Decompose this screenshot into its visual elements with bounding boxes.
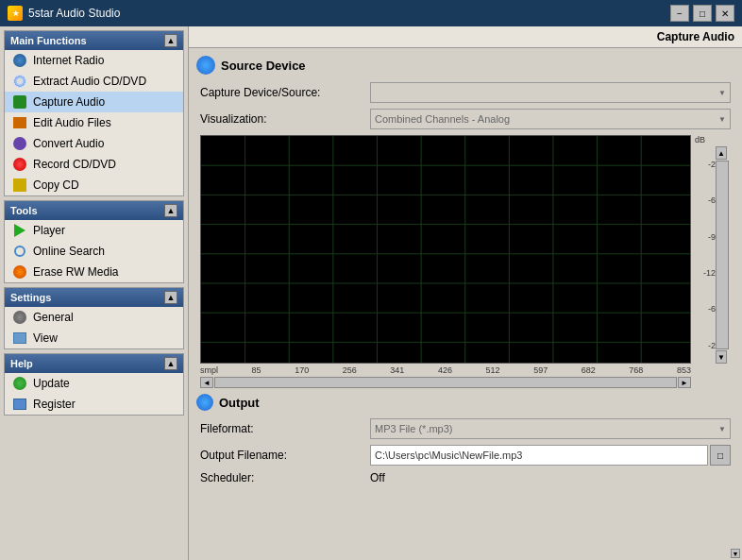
register-icon [12, 397, 27, 412]
sidebar-item-capture-audio[interactable]: Capture Audio [5, 92, 183, 112]
output-filename-browse-button[interactable]: □ [710, 445, 731, 466]
sidebar-item-online-search[interactable]: Online Search [5, 241, 183, 262]
main-layout: Main Functions ▲ Internet Radio Extract … [0, 26, 742, 560]
sidebar-item-convert-audio-label: Convert Audio [33, 137, 104, 150]
output-icon [196, 394, 213, 411]
viz-bottom: smpl 85 170 256 341 426 512 597 682 768 … [200, 365, 731, 375]
sidebar-item-view-label: View [33, 331, 58, 345]
fileformat-value: MP3 File (*.mp3) [375, 423, 453, 434]
close-button[interactable]: ✕ [716, 5, 734, 22]
db-label: dB [693, 135, 731, 144]
viz-scroll-up-button[interactable]: ▲ [716, 146, 727, 160]
sidebar-section-main-functions-collapse[interactable]: ▲ [164, 34, 177, 47]
capture-icon [12, 94, 27, 110]
visualization-area: dB -2 -6 -9 -12 -6 -2 ▲ [200, 135, 731, 388]
x-axis-labels: smpl 85 170 256 341 426 512 597 682 768 … [200, 365, 691, 375]
sidebar-section-main-functions-label: Main Functions [10, 35, 87, 46]
copy-icon [12, 178, 27, 193]
cd-extract-icon [12, 74, 27, 89]
sidebar-item-online-search-label: Online Search [33, 245, 105, 258]
sidebar-item-update[interactable]: Update [5, 373, 183, 394]
fileformat-row: Fileformat: MP3 File (*.mp3) ▼ [196, 418, 734, 439]
viz-scroll-down-button[interactable]: ▼ [716, 350, 727, 364]
source-device-title-text: Source Device [221, 59, 306, 73]
update-icon [12, 376, 27, 391]
sidebar-item-record-cd-label: Record CD/DVD [33, 158, 116, 171]
visualization-label: Visualization: [200, 112, 370, 126]
sidebar-section-settings-collapse[interactable]: ▲ [164, 291, 177, 304]
sidebar-item-erase-rw-label: Erase RW Media [33, 265, 118, 279]
view-icon [12, 331, 27, 346]
sidebar: Main Functions ▲ Internet Radio Extract … [0, 26, 189, 560]
sidebar-item-record-cd[interactable]: Record CD/DVD [5, 154, 183, 175]
viz-scroll-left-button[interactable]: ◄ [200, 377, 213, 388]
sidebar-item-general-label: General [33, 311, 74, 324]
sidebar-section-tools-collapse[interactable]: ▲ [164, 204, 177, 217]
sidebar-section-help-collapse[interactable]: ▲ [164, 357, 177, 370]
visualization-with-scrollbar: dB -2 -6 -9 -12 -6 -2 ▲ [200, 135, 731, 364]
sidebar-section-settings: Settings ▲ General View [4, 287, 184, 349]
sidebar-item-convert-audio[interactable]: Convert Audio [5, 133, 183, 154]
capture-device-dropdown-arrow: ▼ [718, 89, 726, 97]
sidebar-section-tools: Tools ▲ Player Online Search Erase RW Me… [4, 200, 184, 283]
fileformat-select[interactable]: MP3 File (*.mp3) ▼ [370, 418, 731, 439]
sidebar-item-player[interactable]: Player [5, 220, 183, 241]
viz-vertical-scrollbar: ▲ ▼ [716, 146, 729, 364]
capture-device-label: Capture Device/Source: [200, 86, 370, 99]
radio-icon [12, 53, 27, 68]
sidebar-item-register-label: Register [33, 398, 76, 411]
sidebar-section-help: Help ▲ Update Register [4, 353, 184, 416]
sidebar-item-edit-audio[interactable]: Edit Audio Files [5, 112, 183, 133]
sidebar-item-copy-cd[interactable]: Copy CD [5, 175, 183, 195]
sidebar-item-erase-rw[interactable]: Erase RW Media [5, 262, 183, 282]
visualization-canvas [200, 135, 691, 364]
sidebar-section-tools-label: Tools [10, 205, 38, 216]
record-icon [12, 157, 27, 172]
source-device-title: Source Device [196, 56, 734, 75]
sidebar-item-player-label: Player [33, 224, 65, 237]
sidebar-item-general[interactable]: General [5, 307, 183, 328]
sidebar-section-help-header: Help ▲ [5, 354, 183, 373]
sidebar-item-update-label: Update [33, 377, 70, 390]
db-labels: -2 -6 -9 -12 -6 -2 [693, 146, 716, 364]
visualization-select[interactable]: Combined Channels - Analog ▼ [370, 109, 731, 129]
scheduler-label: Scheduler: [200, 471, 370, 484]
visualization-dropdown-arrow: ▼ [718, 115, 726, 124]
output-filename-label: Output Filename: [200, 449, 370, 462]
general-icon [12, 310, 27, 325]
content-area: Capture Audio Source Device Capture Devi… [189, 26, 742, 560]
sidebar-item-view[interactable]: View [5, 328, 183, 348]
titlebar: ★ 5star Audio Studio − □ ✕ [0, 0, 742, 26]
capture-device-row: Capture Device/Source: ▼ [196, 82, 734, 103]
erase-icon [12, 264, 27, 280]
minimize-button[interactable]: − [670, 5, 689, 22]
fileformat-dropdown-arrow: ▼ [718, 425, 726, 433]
sidebar-item-edit-audio-label: Edit Audio Files [33, 116, 111, 129]
player-icon [12, 223, 27, 238]
titlebar-controls: − □ ✕ [670, 5, 734, 22]
sidebar-section-tools-header: Tools ▲ [5, 201, 183, 220]
output-filename-value: C:\Users\pc\Music\NewFile.mp3 [375, 450, 522, 461]
viz-horizontal-scrollbar: ◄ ► [200, 377, 731, 388]
content-header: Capture Audio [189, 26, 742, 48]
capture-device-select[interactable]: ▼ [370, 82, 731, 103]
sidebar-item-capture-audio-label: Capture Audio [33, 95, 105, 109]
output-section: Output Fileformat: MP3 File (*.mp3) ▼ Ou… [196, 394, 734, 484]
sidebar-item-extract-audio[interactable]: Extract Audio CD/DVD [5, 71, 183, 92]
app-icon: ★ [8, 6, 23, 21]
output-filename-field[interactable]: C:\Users\pc\Music\NewFile.mp3 [370, 445, 708, 466]
viz-scroll-right-button[interactable]: ► [678, 377, 691, 388]
sidebar-item-register[interactable]: Register [5, 394, 183, 415]
content-inner: Source Device Capture Device/Source: ▼ V… [189, 48, 742, 498]
edit-icon [12, 115, 27, 130]
scheduler-row: Scheduler: Off [196, 471, 734, 484]
output-filename-row: Output Filename: C:\Users\pc\Music\NewFi… [196, 445, 734, 466]
maximize-button[interactable]: □ [693, 5, 712, 22]
visualization-row: Visualization: Combined Channels - Analo… [196, 109, 734, 129]
visualization-value: Combined Channels - Analog [375, 113, 510, 125]
sidebar-section-settings-label: Settings [10, 292, 51, 303]
sidebar-section-help-label: Help [10, 358, 33, 369]
sidebar-item-internet-radio[interactable]: Internet Radio [5, 50, 183, 71]
visualization-grid [201, 136, 690, 363]
app-title: 5star Audio Studio [28, 7, 120, 20]
